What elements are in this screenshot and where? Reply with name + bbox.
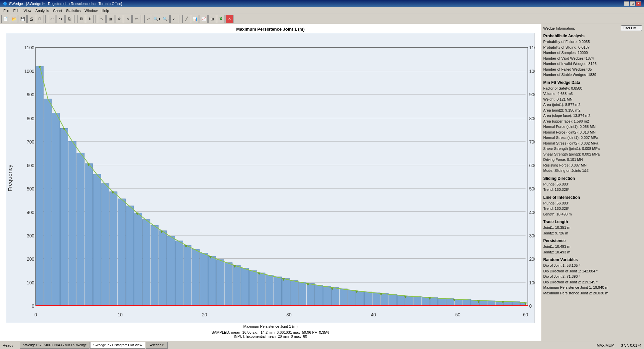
panel-row: Shear Strength (joint1): 0.008 MPa [543,146,642,152]
open-button[interactable]: 📂 [10,15,18,23]
svg-rect-75 [282,279,290,306]
histogram-chart: 1100 1000 900 800 700 600 500 400 300 20… [6,33,535,323]
status-coords: 37.7, 0.0174 [621,343,641,347]
title-bar-text: SWedge - [SWedge1* - Registered to Rocsc… [9,2,122,6]
svg-text:300: 300 [529,233,535,238]
toolbar-sep5 [180,15,181,23]
taskbar-item-2[interactable]: SWedge1* [146,342,168,349]
svg-text:0: 0 [34,312,37,318]
svg-rect-61 [167,236,175,306]
menu-help[interactable]: Help [99,8,111,13]
svg-text:40: 40 [371,312,376,318]
menu-window[interactable]: Window [82,8,99,13]
svg-rect-74 [274,277,282,306]
stop-button[interactable]: ✕ [226,15,234,23]
status-bar: Ready SWedge1* - FS=0.858043 - Min FS We… [0,341,644,349]
excel-button[interactable]: X [217,15,225,23]
svg-rect-78 [307,284,314,306]
panel-row: Factor of Safety: 0.8580 [543,86,642,91]
toolbar-sep1 [45,15,47,23]
zoom-in-button[interactable]: 🔍+ [153,15,161,23]
chart-container[interactable]: 1100 1000 900 800 700 600 500 400 300 20… [6,33,535,323]
menu-file[interactable]: File [1,8,11,13]
svg-rect-66 [208,256,216,306]
panel-section-title: Line of Intersection [543,195,642,200]
svg-rect-53 [101,183,109,306]
print-preview-button[interactable]: 🗋 [36,15,44,23]
new-button[interactable]: 📄 [1,15,9,23]
panel-row: Plunge: 56.883° [543,200,642,206]
panel-row: Number of Failed Wedges=35 [543,67,642,72]
svg-rect-47 [52,113,60,305]
export-button[interactable]: ⬆ [86,15,94,23]
svg-text:0: 0 [32,303,35,309]
render-button[interactable]: 🖥 [77,15,85,23]
svg-text:1100: 1100 [24,45,34,50]
zoom-window-button[interactable]: ⊞ [106,15,114,23]
copy-button[interactable]: ⎘ [65,15,73,23]
circle-button[interactable]: ○ [124,15,132,23]
menu-analysis[interactable]: Analysis [33,8,51,13]
line-button[interactable]: ╱ [182,15,190,23]
svg-rect-92 [422,297,429,306]
taskbar-item-0[interactable]: SWedge1* - FS=0.858043 - Min FS Wedge [20,342,90,349]
svg-rect-86 [373,293,380,306]
svg-rect-82 [340,289,347,306]
right-panel-header: Wedge Information: Filter List ... [543,25,642,31]
panel-section-title: Sliding Direction [543,176,642,181]
scatter-button[interactable]: 📈 [200,15,208,23]
svg-text:500: 500 [529,186,535,191]
restore-button[interactable]: □ [630,1,635,6]
svg-rect-68 [225,263,232,306]
redo-button[interactable]: ↪ [57,15,65,23]
panel-row: Dip of Joint 2: 71.390 ° [543,274,642,279]
panel-row: Normal Stress (joint2): 0.002 MPa [543,141,642,146]
panel-row: Number of Stable Wedges=1839 [543,72,642,78]
panel-row: Area (slope face): 13.874 m2 [543,113,642,119]
svg-rect-57 [134,213,142,306]
panel-row: Length: 10.493 m [543,211,642,217]
pan-button[interactable]: ✥ [115,15,123,23]
svg-rect-99 [479,300,487,306]
menu-chart[interactable]: Chart [51,8,64,13]
wedge-info-label: Wedge Information: [543,26,575,30]
svg-text:600: 600 [529,163,535,168]
close-button[interactable]: ✕ [636,1,641,6]
panel-row: Trend: 160.328° [543,187,642,192]
right-panel: Wedge Information: Filter List ... Proba… [541,24,644,341]
zoom-prev-button[interactable]: ↙ [170,15,178,23]
save-button[interactable]: 💾 [19,15,27,23]
svg-text:1000: 1000 [24,69,34,74]
print-button[interactable]: 🖨 [27,15,35,23]
svg-text:800: 800 [529,116,535,121]
panel-sections: Probabilistic AnalysisProbability of Fai… [543,34,642,296]
filter-list-button[interactable]: Filter List ... [621,25,642,31]
svg-rect-62 [175,241,183,306]
svg-rect-59 [151,225,158,305]
minimize-button[interactable]: ─ [624,1,629,6]
svg-rect-91 [414,296,421,305]
panel-row: Number of Samples=10000 [543,50,642,56]
undo-button[interactable]: ↩ [48,15,56,23]
table-button[interactable]: ⊞ [208,15,216,23]
bar-chart-button[interactable]: 📊 [191,15,199,23]
svg-text:200: 200 [27,256,35,262]
svg-rect-49 [69,141,76,306]
menu-edit[interactable]: Edit [11,8,22,13]
menu-view[interactable]: View [22,8,34,13]
svg-text:200: 200 [529,256,535,262]
svg-rect-102 [504,301,512,306]
svg-rect-81 [332,287,339,305]
svg-rect-46 [44,99,52,306]
taskbar-item-1[interactable]: SWedge1* - Histogram Plot View [90,342,145,349]
chart-stats-line1: SAMPLED: mean=16.86 s.d.=14.2 min=0.0010… [212,330,329,334]
zoom-out-button[interactable]: 🔍- [162,15,170,23]
split-button[interactable]: ▭ [132,15,140,23]
fit-button[interactable]: ⤢ [144,15,152,23]
menu-statistics[interactable]: Statistics [64,8,82,13]
svg-rect-69 [233,265,241,306]
svg-text:600: 600 [27,163,35,168]
svg-rect-70 [241,268,249,306]
select-button[interactable]: ↖ [98,15,106,23]
svg-rect-52 [93,174,101,306]
